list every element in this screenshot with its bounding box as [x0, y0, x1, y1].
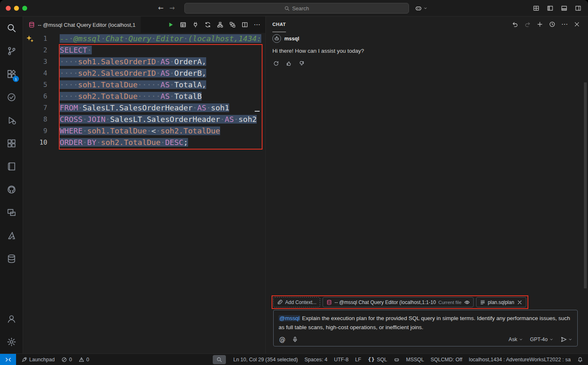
back-button[interactable]: ←: [158, 5, 163, 12]
change-connection-button[interactable]: [203, 20, 212, 30]
forward-button[interactable]: →: [169, 5, 174, 12]
title-bar: ← → Search: [0, 0, 588, 16]
status-copilot[interactable]: [390, 354, 403, 365]
zoom-button[interactable]: [22, 6, 27, 11]
context-chips: Add Context...-- @mssql Chat Query Edito…: [273, 297, 526, 307]
command-center-search[interactable]: Search: [184, 3, 409, 14]
connect-button[interactable]: [191, 20, 200, 30]
activity-source-control[interactable]: [0, 40, 23, 63]
mssql-mention-chip[interactable]: @mssql: [279, 315, 300, 321]
status-indentation[interactable]: Spaces: 4: [301, 354, 331, 365]
tab-chat[interactable]: CHAT: [272, 16, 286, 32]
model-picker[interactable]: GPT-4o: [530, 337, 553, 342]
line-number: 5: [23, 79, 47, 91]
status-cursor-position[interactable]: Ln 10, Col 29 (354 selected): [230, 354, 301, 365]
chat-header-actions: ⋯: [511, 16, 581, 32]
close-button[interactable]: [6, 6, 11, 11]
mention-picker-button[interactable]: @: [279, 336, 286, 343]
activity-testing[interactable]: [0, 86, 23, 109]
activity-github[interactable]: [0, 178, 23, 201]
flow-icon: [217, 21, 223, 28]
plug-icon: [192, 21, 199, 28]
input-left-actions: @: [279, 336, 299, 343]
code-line-1: 1--·@mssql·Chat·Query·Editor·(localhost,…: [23, 33, 265, 44]
results-grid-button[interactable]: [178, 20, 188, 30]
activity-run-and-debug[interactable]: [0, 109, 23, 132]
panel-bottom-button[interactable]: [560, 4, 568, 12]
layout-grid-button[interactable]: [532, 4, 540, 12]
status-errors[interactable]: 0: [58, 354, 75, 365]
code-line-7: 7FROM·SalesLT.SalesOrderHeader·AS·soh1: [23, 102, 265, 114]
vscode-window: ← → Search 1 -- @mssql Chat Query Editor…: [0, 0, 588, 365]
activity-accounts[interactable]: [0, 307, 23, 330]
activity-bar: 1: [0, 16, 23, 353]
message-text: Hi there! How can I assist you today?: [272, 48, 581, 54]
send-button[interactable]: [560, 336, 572, 343]
status-bar: Launchpad00 Ln 10, Col 29 (354 selected)…: [0, 353, 588, 365]
activity-remote-explorer[interactable]: [0, 201, 23, 224]
activity-search[interactable]: [0, 16, 23, 40]
unhelpful-button[interactable]: [298, 60, 305, 67]
regenerate-button[interactable]: [272, 60, 279, 67]
close-panel-button[interactable]: [572, 20, 581, 29]
activity-notebooks[interactable]: [0, 155, 23, 178]
mssql-avatar: [272, 34, 281, 43]
helpful-button[interactable]: [285, 60, 292, 67]
split-editor-button[interactable]: [240, 20, 249, 30]
redo-button[interactable]: [523, 20, 532, 29]
check-circle-icon: [7, 92, 16, 102]
status-encoding[interactable]: UTF-8: [331, 354, 352, 365]
activity-sql-database[interactable]: [0, 247, 23, 270]
paperclip-icon: [277, 299, 283, 305]
chat-input[interactable]: @mssqlExplain the execution plan for the…: [273, 310, 578, 346]
status-warnings[interactable]: 0: [75, 354, 93, 365]
status-launchpad[interactable]: Launchpad: [18, 354, 58, 365]
voice-button[interactable]: [291, 336, 299, 343]
mode-picker[interactable]: Ask: [509, 337, 523, 342]
status-search-mode[interactable]: [213, 355, 226, 364]
history-button[interactable]: [548, 20, 557, 29]
status-connection[interactable]: localhost,1434 : AdventureWorksLT2022 : …: [465, 354, 574, 365]
run-query-button[interactable]: [166, 20, 175, 30]
status-language-mode[interactable]: {}SQL: [365, 354, 390, 365]
redo-icon: [524, 21, 531, 28]
panel-left-button[interactable]: [546, 4, 554, 12]
warning-triangle-icon: [79, 357, 84, 363]
minimize-button[interactable]: [14, 6, 19, 11]
more-actions-button[interactable]: ⋯: [252, 20, 262, 30]
layout-controls: [532, 4, 582, 12]
robot-icon: [274, 36, 279, 41]
activity-settings[interactable]: [0, 330, 23, 353]
code-editor[interactable]: 1--·@mssql·Chat·Query·Editor·(localhost,…: [23, 33, 265, 353]
estimated-plan-button[interactable]: [215, 20, 225, 30]
code-lines: 1--·@mssql·Chat·Query·Editor·(localhost,…: [23, 33, 265, 148]
chip-add-context[interactable]: Add Context...: [273, 297, 320, 307]
activity-azure[interactable]: [0, 224, 23, 247]
status-eol[interactable]: LF: [352, 354, 365, 365]
new-chat-button[interactable]: [535, 20, 544, 29]
tab-bar: -- @mssql Chat Query Editor (localhost,1…: [23, 16, 265, 33]
remote-indicator[interactable]: [0, 354, 16, 365]
status-sqlcmd[interactable]: SQLCMD: Off: [428, 354, 466, 365]
scrollbar[interactable]: [584, 82, 587, 288]
status-notifications[interactable]: [574, 354, 586, 365]
message-actions: [272, 60, 581, 67]
editor-tab[interactable]: -- @mssql Chat Query Editor (localhost,1: [23, 16, 141, 33]
copilot-menu-button[interactable]: [415, 5, 428, 12]
flow2-icon: [229, 21, 236, 28]
undo-icon: [512, 21, 518, 28]
panel-right-button[interactable]: [574, 4, 582, 12]
more-button[interactable]: ⋯: [560, 20, 569, 29]
chip-plan-sqlplan[interactable]: plan.sqlplan: [476, 297, 526, 307]
activity-components[interactable]: [0, 132, 23, 155]
status-mssql[interactable]: MSSQL: [403, 354, 428, 365]
chip-current-file[interactable]: -- @mssql Chat Query Editor (localhost,1…: [323, 297, 474, 307]
table-icon: [180, 21, 186, 28]
prompt-text: Explain the execution plan for the provi…: [279, 315, 570, 330]
query-plan-button[interactable]: [228, 20, 237, 30]
send-icon: [560, 336, 567, 343]
refresh-icon: [273, 61, 279, 66]
activity-extensions[interactable]: 1: [0, 63, 23, 86]
undo-button[interactable]: [511, 20, 520, 29]
copilot-sparkle-icon[interactable]: [26, 35, 34, 43]
